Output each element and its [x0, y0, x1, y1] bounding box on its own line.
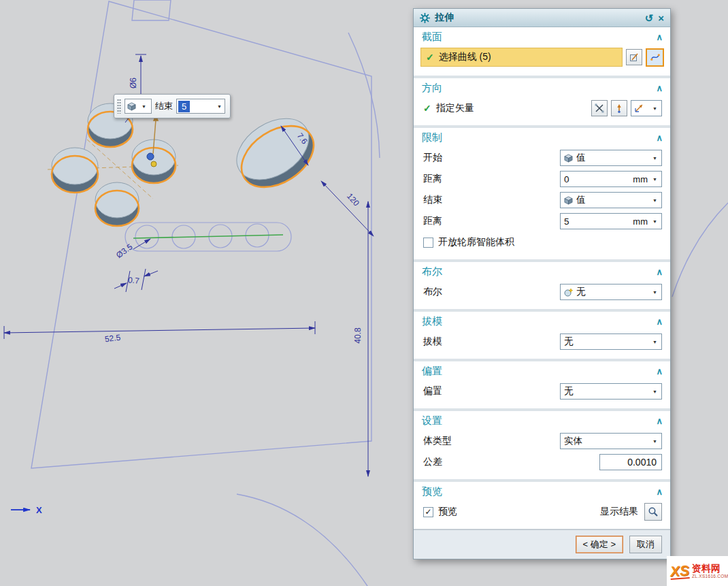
chevron-up-icon[interactable]: ∧: [656, 133, 663, 143]
end-mode-dropdown[interactable]: 值 ▼: [560, 192, 662, 208]
extruded-cylinder[interactable]: [95, 182, 139, 226]
sketch-centerline: [133, 235, 283, 238]
group-section: 截面 ∧ ✓ 选择曲线 (5): [414, 27, 670, 78]
start-mode-dropdown[interactable]: 值 ▼: [560, 150, 662, 166]
start-mode-value: 值: [576, 152, 650, 164]
watermark-site: ZL.XS1616.COM: [692, 574, 728, 579]
group-boolean: 布尔 ∧ 布尔 无 ▼: [414, 262, 670, 312]
chevron-up-icon[interactable]: ∧: [656, 316, 663, 327]
dimension-label: 52.5: [104, 333, 121, 344]
preview-label: 预览: [438, 506, 457, 518]
extruded-cylinder[interactable]: [52, 148, 98, 193]
check-icon: ✓: [423, 103, 431, 114]
preview-checkbox[interactable]: ✓: [423, 507, 433, 517]
ok-button[interactable]: < 确定 >: [576, 536, 623, 553]
group-offset: 偏置 ∧ 偏置 无 ▼: [414, 361, 670, 411]
dropdown-arrow-icon[interactable]: ▼: [650, 219, 660, 224]
dialog-title: 拉伸: [435, 12, 640, 24]
start-distance-unit: mm: [633, 174, 648, 184]
start-distance-value[interactable]: 0: [564, 174, 633, 184]
settings-header: 设置: [422, 414, 442, 427]
cancel-button[interactable]: 取消: [629, 536, 662, 553]
select-curve-field[interactable]: ✓ 选择曲线 (5): [420, 48, 623, 67]
sketch-section-button[interactable]: [626, 49, 642, 65]
start-distance-label: 距离: [423, 173, 442, 185]
tolerance-input[interactable]: 0.0010: [599, 454, 662, 470]
extruded-cylinder[interactable]: [226, 106, 325, 200]
draft-value: 无: [564, 336, 650, 348]
tolerance-label: 公差: [423, 456, 442, 468]
boolean-dropdown[interactable]: 无 ▼: [560, 284, 662, 300]
end-mode-value: 值: [576, 194, 650, 206]
draft-dropdown[interactable]: 无 ▼: [560, 333, 662, 350]
dropdown-arrow-icon: ▼: [650, 156, 660, 161]
gear-icon: [420, 13, 430, 23]
dropdown-arrow-icon[interactable]: ▼: [214, 104, 225, 109]
vector-type-dropdown[interactable]: ▼: [631, 100, 662, 116]
extrude-mode-dropdown[interactable]: ▼: [125, 99, 152, 114]
reset-button[interactable]: ↺: [645, 13, 654, 23]
offset-dropdown[interactable]: 无 ▼: [560, 383, 662, 400]
dropdown-arrow-icon[interactable]: ▼: [650, 177, 660, 182]
check-icon: ✓: [426, 52, 434, 63]
watermark-name: 资料网: [692, 563, 728, 574]
group-settings: 设置 ∧ 体类型 实体 ▼ 公差 0.0010: [414, 411, 670, 482]
extrude-dialog: 拉伸 ↺ × 截面 ∧ ✓ 选择曲线 (5) 方向 ∧: [413, 8, 671, 559]
body-type-dropdown[interactable]: 实体 ▼: [560, 433, 662, 449]
close-button[interactable]: ×: [658, 13, 664, 23]
start-distance-input[interactable]: 0 mm ▼: [560, 171, 662, 187]
dialog-footer: < 确定 > 取消: [414, 530, 670, 559]
curve-select-button[interactable]: [646, 48, 664, 67]
chevron-up-icon[interactable]: ∧: [656, 267, 663, 277]
body-type-value: 实体: [564, 435, 650, 447]
dialog-titlebar[interactable]: 拉伸 ↺ ×: [414, 9, 670, 27]
dropdown-arrow-icon: ▼: [650, 106, 660, 111]
watermark: XS 资料网 ZL.XS1616.COM: [667, 556, 728, 586]
end-label: 结束: [423, 194, 442, 206]
section-header: 截面: [422, 31, 442, 44]
direction-header: 方向: [422, 82, 442, 95]
draft-label: 拔模: [423, 336, 442, 348]
end-distance-input[interactable]: 5 ▼: [176, 99, 225, 114]
end-distance-value[interactable]: 5: [178, 101, 190, 112]
chevron-up-icon[interactable]: ∧: [656, 416, 663, 426]
vector-dialog-button[interactable]: [591, 100, 608, 116]
show-result-button[interactable]: [644, 503, 662, 521]
boolean-value: 无: [576, 286, 650, 298]
offset-value: 无: [564, 385, 650, 397]
offset-label: 偏置: [423, 385, 442, 397]
value-cube-icon: [564, 154, 573, 163]
chevron-up-icon[interactable]: ∧: [656, 487, 663, 497]
offset-header: 偏置: [422, 365, 442, 378]
end-distance-label: 距离: [423, 215, 442, 227]
boolean-none-icon: [564, 288, 573, 297]
chevron-up-icon[interactable]: ∧: [656, 83, 663, 93]
dropdown-arrow-icon: ▼: [650, 290, 660, 295]
limits-header: 限制: [422, 131, 442, 144]
toolbar-drag-handle-icon[interactable]: [117, 99, 121, 114]
dimension-label: Ø3.5: [114, 242, 135, 260]
end-distance-value[interactable]: 5: [564, 216, 633, 227]
chevron-up-icon[interactable]: ∧: [656, 32, 663, 42]
open-profile-label: 开放轮廓智能体积: [438, 236, 514, 248]
reverse-direction-button[interactable]: [611, 100, 627, 116]
group-limits: 限制 ∧ 开始 值 ▼ 距离 0 mm ▼ 结束: [414, 128, 670, 262]
draft-header: 拔模: [422, 315, 442, 328]
open-profile-checkbox[interactable]: [423, 238, 433, 248]
cube-icon: [127, 102, 136, 111]
end-distance-input[interactable]: 5 mm ▼: [560, 213, 662, 229]
preview-header: 预览: [422, 485, 442, 498]
dimension-label: 40.8: [353, 327, 363, 344]
start-label: 开始: [423, 152, 442, 164]
dropdown-arrow-icon: ▼: [139, 104, 149, 109]
dimension-label: 120: [345, 191, 361, 208]
chevron-up-icon[interactable]: ∧: [656, 366, 663, 376]
group-direction: 方向 ∧ ✓ 指定矢量 ▼: [414, 78, 670, 128]
watermark-logo: XS: [669, 563, 690, 580]
specify-vector-label: 指定矢量: [436, 102, 474, 114]
dropdown-arrow-icon: ▼: [650, 389, 660, 394]
select-curve-label: 选择曲线 (5): [439, 51, 491, 63]
onscreen-mini-toolbar[interactable]: ▼ 结束 5 ▼: [114, 94, 231, 118]
dimension-label: Ø6: [129, 78, 138, 88]
end-distance-unit: mm: [633, 216, 648, 227]
